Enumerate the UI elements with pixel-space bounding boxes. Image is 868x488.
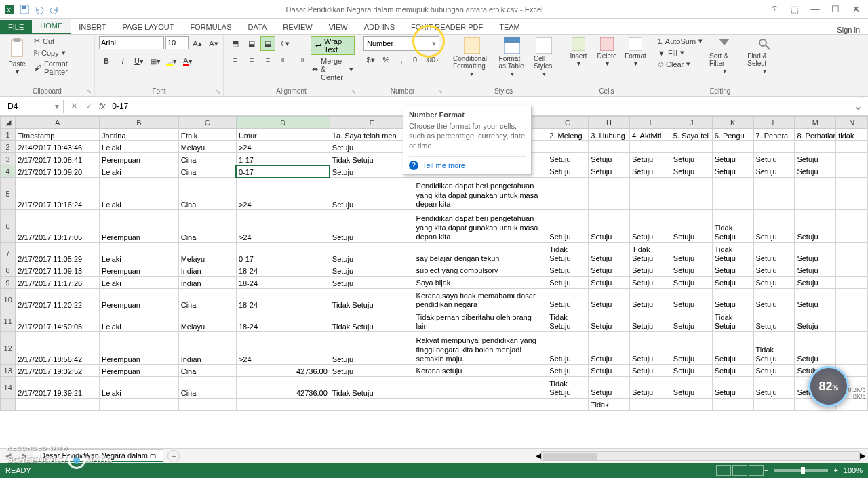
table-row[interactable]: 62/17/2017 10:17:05PerempuanCina>24Setuj… — [1, 210, 868, 243]
col-header[interactable]: H — [589, 117, 630, 129]
cell-styles-button[interactable]: Cell Styles▾ — [531, 36, 557, 79]
col-header[interactable]: C — [178, 117, 236, 129]
tab-insert[interactable]: INSERT — [71, 20, 114, 34]
expand-fbar-icon[interactable]: ⌄ — [848, 100, 868, 113]
align-right-icon[interactable]: ≡ — [260, 52, 275, 67]
tab-home[interactable]: HOME — [32, 19, 71, 34]
table-row[interactable]: 122/17/2017 18:56:42PerempuanIndian>24Se… — [1, 332, 868, 365]
copy-button[interactable]: ⎘Copy ▾ — [33, 47, 90, 58]
percent-icon[interactable]: % — [379, 52, 393, 67]
col-header[interactable]: N — [836, 117, 868, 129]
col-header[interactable]: I — [630, 117, 671, 129]
save-icon[interactable] — [19, 4, 30, 15]
align-left-icon[interactable]: ≡ — [228, 52, 243, 67]
col-header[interactable]: K — [712, 117, 753, 129]
minimize-icon[interactable]: — — [806, 4, 825, 14]
tab-pagelayout[interactable]: PAGE LAYOUT — [114, 20, 182, 34]
conditional-formatting-button[interactable]: Conditional Formatting▾ — [450, 36, 494, 79]
underline-button[interactable]: U▾ — [132, 54, 146, 68]
table-row[interactable]: 142/17/2017 19:39:21LelakiCina42736.00Ti… — [1, 377, 868, 399]
zoom-out-icon[interactable]: − — [764, 466, 768, 474]
table-row[interactable]: 112/17/2017 14:50:05LelakiMelayu18-24Tid… — [1, 310, 868, 332]
redo-icon[interactable] — [49, 4, 60, 15]
col-header[interactable]: B — [100, 117, 179, 129]
new-sheet-button[interactable]: + — [167, 450, 180, 462]
bold-button[interactable]: B — [99, 54, 114, 68]
font-name-combo[interactable] — [99, 36, 164, 49]
indent-dec-icon[interactable]: ⇤ — [277, 52, 292, 67]
format-as-table-button[interactable]: Format as Table▾ — [496, 36, 528, 79]
scroll-left-icon[interactable]: ◀ — [536, 451, 541, 461]
accounting-icon[interactable]: $▾ — [363, 52, 378, 67]
indent-inc-icon[interactable]: ⇥ — [293, 52, 308, 67]
increase-decimal-icon[interactable]: .0→ — [410, 52, 425, 67]
tab-addins[interactable]: ADD-INS — [356, 20, 403, 34]
undo-icon[interactable] — [34, 4, 45, 15]
col-header[interactable]: D — [236, 117, 330, 129]
font-color-button[interactable]: A▾ — [180, 54, 195, 68]
page-break-view-icon[interactable] — [749, 465, 764, 476]
table-row[interactable]: 82/17/2017 11:09:13PerempuanIndian18-24S… — [1, 264, 868, 277]
col-header[interactable]: E — [330, 117, 414, 129]
number-format-combo[interactable]: Number▾ — [363, 36, 439, 51]
format-cells-button[interactable]: Format▾ — [623, 36, 648, 68]
insert-cells-button[interactable]: Insert▾ — [566, 36, 591, 68]
find-select-button[interactable]: Find & Select▾ — [745, 36, 784, 76]
scroll-right-icon[interactable]: ▶ — [860, 451, 865, 461]
fx-icon[interactable]: fx — [99, 102, 105, 111]
col-header[interactable]: G — [547, 117, 589, 129]
tell-me-more-link[interactable]: ?Tell me more — [409, 156, 526, 170]
format-painter-button[interactable]: 🖌Format Painter — [33, 59, 90, 77]
font-size-combo[interactable] — [165, 36, 189, 49]
wrap-text-button[interactable]: ↩Wrap Text — [311, 36, 355, 55]
page-layout-view-icon[interactable] — [732, 465, 747, 476]
cut-button[interactable]: ✂Cut — [33, 36, 90, 46]
align-center-icon[interactable]: ≡ — [244, 52, 259, 67]
tab-file[interactable]: FILE — [0, 20, 32, 34]
tab-view[interactable]: VIEW — [321, 20, 356, 34]
sheet-nav-next[interactable]: ▶ — [16, 451, 33, 460]
shrink-font-icon[interactable]: A▾ — [206, 36, 221, 51]
zoom-in-icon[interactable]: + — [833, 466, 837, 474]
zoom-level[interactable]: 100% — [844, 466, 863, 474]
tab-formulas[interactable]: FORMULAS — [182, 20, 239, 34]
tab-team[interactable]: TEAM — [491, 20, 528, 34]
fill-color-button[interactable]: ⬚▾ — [164, 54, 179, 68]
decrease-decimal-icon[interactable]: .00← — [427, 52, 441, 67]
paste-button[interactable]: Paste▾ — [4, 36, 30, 77]
signin-link[interactable]: Sign in — [837, 26, 868, 34]
ribbon-options-icon[interactable]: ⬚ — [785, 4, 804, 14]
autosum-button[interactable]: ΣAutoSum ▾ — [656, 36, 704, 46]
name-box[interactable]: D4▾ — [3, 100, 64, 113]
sort-filter-button[interactable]: Sort & Filter▾ — [707, 36, 742, 76]
tab-data[interactable]: DATA — [240, 20, 275, 34]
enter-formula-icon[interactable]: ✓ — [81, 101, 96, 111]
table-row[interactable]: 52/17/2017 10:16:24LelakiCina>24SetujuPe… — [1, 178, 868, 210]
merge-center-button[interactable]: ⬌Merge & Center ▾ — [311, 56, 355, 82]
sheet-nav-prev[interactable]: ◀ — [0, 451, 16, 460]
col-header[interactable]: J — [671, 117, 712, 129]
maximize-icon[interactable]: ☐ — [826, 4, 845, 14]
col-header[interactable]: L — [753, 117, 795, 129]
col-header[interactable]: M — [795, 117, 836, 129]
delete-cells-button[interactable]: Delete▾ — [594, 36, 620, 68]
table-row[interactable]: 102/17/2017 11:20:22PerempuanCina18-24Ti… — [1, 289, 868, 310]
select-all[interactable]: ◢ — [1, 117, 16, 129]
fill-button[interactable]: ▼Fill ▾ — [656, 47, 704, 58]
close-icon[interactable]: ✕ — [846, 4, 865, 14]
align-top-icon[interactable]: ⬒ — [228, 36, 243, 51]
normal-view-icon[interactable] — [716, 465, 731, 476]
table-row[interactable]: 72/17/2017 11:05:29LelakiMelayu0-17Setuj… — [1, 243, 868, 264]
horizontal-scrollbar[interactable] — [541, 451, 860, 461]
cancel-formula-icon[interactable]: ✕ — [66, 101, 81, 111]
tab-review[interactable]: REVIEW — [275, 20, 320, 34]
table-row[interactable]: Tidak — [1, 399, 868, 411]
help-icon[interactable]: ? — [765, 4, 784, 14]
italic-button[interactable]: I — [115, 54, 130, 68]
align-middle-icon[interactable]: ⬓ — [244, 36, 259, 51]
orientation-icon[interactable]: ⤹▾ — [277, 36, 292, 51]
table-row[interactable]: 92/17/2017 11:17:26LelakiIndian18-24Setu… — [1, 277, 868, 289]
comma-icon[interactable]: , — [395, 52, 409, 67]
zoom-slider[interactable] — [774, 469, 828, 472]
grow-font-icon[interactable]: A▴ — [190, 36, 205, 51]
